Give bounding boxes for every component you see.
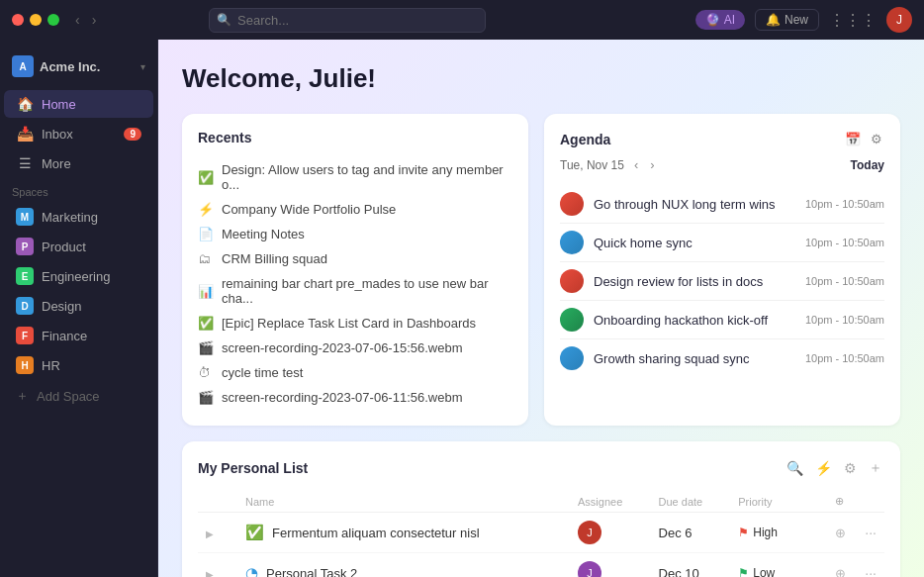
event-dot-0 [560,192,584,216]
priority-badge-1: ⚑ Low [738,566,819,577]
add-subtask-icon-0[interactable]: ⊕ [835,526,846,540]
agenda-event-1[interactable]: Quick home sync 10pm - 10:50am [560,224,884,262]
close-dot[interactable] [12,14,24,26]
list-search-button[interactable]: 🔍 [785,457,805,479]
add-space-label: Add Space [37,389,100,404]
sidebar: A Acme Inc. ▾ 🏠 Home 📥 Inbox 9 ☰ More Sp… [0,40,158,577]
content-grid: Recents ✅ Design: Allow users to tag and… [182,114,900,426]
list-add-button[interactable]: ＋ [867,457,884,479]
search-input[interactable] [209,8,486,33]
hr-label: HR [42,358,60,373]
new-button[interactable]: 🔔 New [755,9,819,31]
home-icon: 🏠 [16,96,34,112]
priority-label-0: High [753,526,778,539]
engineering-avatar: E [16,267,34,285]
agenda-event-3[interactable]: Onboarding hackathon kick-off 10pm - 10:… [560,301,884,339]
sidebar-item-engineering[interactable]: E Engineering [4,262,153,290]
sidebar-item-inbox[interactable]: 📥 Inbox 9 [4,120,153,147]
list-item[interactable]: ⏱ cycle time test [198,360,512,385]
event-name-2: Design review for lists in docs [594,274,795,289]
list-item[interactable]: ⚡ Company Wide Portfolio Pulse [198,197,512,222]
list-item[interactable]: 🎬 screen-recording-2023-07-06-15:56.webm [198,336,512,360]
recents-title: Recents [198,130,512,145]
titlebar: ‹ › 🔍 🔮 AI 🔔 New ⋮⋮⋮ J [0,0,924,40]
titlebar-right: 🔮 AI 🔔 New ⋮⋮⋮ J [695,7,912,33]
grid-icon[interactable]: ⋮⋮⋮ [829,11,877,30]
personal-list-header: My Personal List 🔍 ⚡ ⚙ ＋ [198,457,884,479]
recent-icon-3: 🗂 [198,251,214,266]
back-button[interactable]: ‹ [71,10,84,30]
agenda-settings-icon[interactable]: ⚙ [869,130,884,148]
recents-list: ✅ Design: Allow users to tag and invite … [198,157,512,410]
avatar[interactable]: J [886,7,912,33]
row-menu-0[interactable]: ··· [865,525,877,540]
recent-icon-6: 🎬 [198,340,214,355]
event-time-4: 10pm - 10:50am [805,352,884,364]
recent-icon-7: ⏱ [198,365,214,380]
assignee-avatar-0: J [578,521,601,544]
ai-button[interactable]: 🔮 AI [695,10,745,30]
sidebar-item-finance[interactable]: F Finance [4,322,153,349]
sidebar-item-design[interactable]: D Design [4,292,153,320]
agenda-prev-button[interactable]: ‹ [630,156,642,173]
minimize-dot[interactable] [30,14,42,26]
list-item[interactable]: ✅ Design: Allow users to tag and invite … [198,157,512,197]
event-time-2: 10pm - 10:50am [805,275,884,287]
list-actions: 🔍 ⚡ ⚙ ＋ [785,457,884,479]
finance-avatar: F [16,327,34,344]
agenda-event-4[interactable]: Growth sharing squad sync 10pm - 10:50am [560,339,884,377]
due-date-1: Dec 10 [651,553,731,578]
row-menu-1[interactable]: ··· [865,565,877,577]
event-time-1: 10pm - 10:50am [805,237,884,248]
inbox-badge: 9 [124,128,141,141]
finance-label: Finance [42,329,87,343]
sidebar-item-marketing[interactable]: M Marketing [4,203,153,231]
workspace-icon: A [12,55,34,77]
ai-label: AI [724,13,735,27]
content-area: Welcome, Julie! Recents ✅ Design: Allow … [158,40,924,577]
list-item[interactable]: 📊 remaining bar chart pre_mades to use n… [198,271,512,311]
agenda-nav: ‹ › [630,156,659,173]
sidebar-item-home[interactable]: 🏠 Home [4,90,153,118]
workspace-name: Acme Inc. [40,59,100,74]
agenda-event-0[interactable]: Go through NUX long term wins 10pm - 10:… [560,185,884,224]
agenda-calendar-icon[interactable]: 📅 [843,130,863,148]
priority-label-1: Low [753,566,775,577]
add-subtask-icon-1[interactable]: ⊕ [835,566,846,578]
sidebar-item-hr[interactable]: H HR [4,351,153,379]
plus-icon: ＋ [16,387,29,405]
col-assignee: Assignee [570,491,651,513]
task-name-0: Fermentum aliquam consectetur nisl [272,526,480,540]
event-time-3: 10pm - 10:50am [805,314,884,326]
list-item[interactable]: 🗂 CRM Billing squad [198,246,512,271]
window-controls [12,14,59,26]
workspace-selector[interactable]: A Acme Inc. ▾ [0,48,157,85]
event-dot-4 [560,346,584,370]
agenda-next-button[interactable]: › [646,156,658,173]
marketing-avatar: M [16,208,34,226]
list-item[interactable]: 📄 Meeting Notes [198,222,512,246]
product-avatar: P [16,238,34,255]
table-row: ▶ ✅ Fermentum aliquam consectetur nisl J… [198,513,884,553]
sidebar-item-product[interactable]: P Product [4,233,153,260]
forward-button[interactable]: › [88,10,101,30]
assignee-avatar-1: J [578,561,601,577]
add-space-button[interactable]: ＋ Add Space [4,381,153,411]
event-time-0: 10pm - 10:50am [805,198,884,210]
list-settings-button[interactable]: ⚙ [842,457,859,479]
recent-icon-1: ⚡ [198,202,214,217]
maximize-dot[interactable] [47,14,59,26]
welcome-title: Welcome, Julie! [182,63,900,94]
expand-icon-0[interactable]: ▶ [206,529,214,539]
list-item[interactable]: ✅ [Epic] Replace Task List Card in Dashb… [198,311,512,336]
priority-flag-0: ⚑ [738,526,749,539]
task-status-done-icon[interactable]: ✅ [245,524,264,541]
sidebar-item-more[interactable]: ☰ More [4,149,153,177]
agenda-event-2[interactable]: Design review for lists in docs 10pm - 1… [560,262,884,301]
list-item[interactable]: 🎬 screen-recording-2023-07-06-11:56.webm [198,385,512,410]
list-filter-button[interactable]: ⚡ [813,457,834,479]
expand-icon-1[interactable]: ▶ [206,569,214,578]
agenda-title: Agenda [560,132,610,147]
task-status-inprogress-icon-1[interactable]: ◔ [245,564,258,577]
new-label: New [785,13,808,27]
